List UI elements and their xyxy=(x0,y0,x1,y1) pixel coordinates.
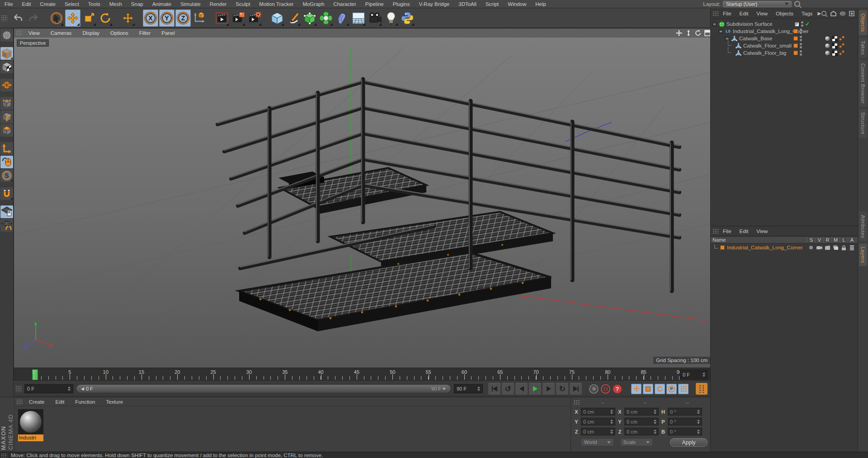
viewport-menu-item[interactable]: View xyxy=(23,30,45,36)
size-x-field[interactable]: 0 cm xyxy=(624,408,659,415)
y-axis-lock-button[interactable]: Y xyxy=(159,10,175,27)
om-home-icon[interactable] xyxy=(830,11,836,16)
dolly-view-icon[interactable] xyxy=(685,30,692,37)
range-start-stepper[interactable] xyxy=(68,386,71,391)
timeline-window-button[interactable] xyxy=(696,383,708,395)
material-name[interactable]: Industri xyxy=(18,434,43,441)
points-mode-button[interactable] xyxy=(0,97,13,110)
menu-item[interactable]: Edit xyxy=(18,1,36,7)
toolbar-grip[interactable] xyxy=(1,15,7,21)
menu-item[interactable]: Sculpt xyxy=(231,1,255,7)
current-frame-field[interactable]: 0 F xyxy=(680,370,708,379)
expander-icon[interactable] xyxy=(712,22,717,26)
edit-render-settings-button[interactable] xyxy=(247,10,262,27)
expander-icon[interactable] xyxy=(719,29,723,33)
add-primitive-button[interactable] xyxy=(269,10,285,27)
menu-item[interactable]: Character xyxy=(329,1,361,7)
menu-item[interactable]: Plugins xyxy=(388,1,415,7)
goto-start-button[interactable] xyxy=(488,383,500,395)
layer-manager-menu-item[interactable]: File xyxy=(719,228,736,234)
rot-h-stepper[interactable] xyxy=(697,410,700,414)
menu-item[interactable]: V-Ray Bridge xyxy=(414,1,454,7)
menu-item[interactable]: Pipeline xyxy=(361,1,388,7)
visibility-dots-icon[interactable] xyxy=(800,50,802,56)
range-end-stepper[interactable] xyxy=(477,386,480,391)
rot-b-stepper[interactable] xyxy=(697,429,700,434)
material-menu-item[interactable]: Texture xyxy=(100,399,128,405)
pos-z-field[interactable]: 0 cm xyxy=(581,428,615,435)
enable-snap-button[interactable] xyxy=(0,156,13,168)
key-pla-toggle[interactable] xyxy=(678,384,689,394)
material-tag-icon[interactable] xyxy=(825,50,830,56)
texture-mode-button[interactable] xyxy=(0,61,13,73)
layer-color-swatch[interactable] xyxy=(793,43,798,48)
menu-item[interactable]: MoGraph xyxy=(298,1,329,7)
object-name[interactable]: Catwalk_Floor_big xyxy=(743,50,786,56)
menu-item[interactable]: 3DToAll xyxy=(454,1,481,7)
object-manager-menu-item[interactable]: Objects xyxy=(772,10,797,17)
material-manager-grip[interactable] xyxy=(16,399,23,405)
menu-item[interactable]: Help xyxy=(531,1,551,7)
tab-layers[interactable]: Layers xyxy=(859,243,867,266)
phong-tag-icon[interactable] xyxy=(839,43,845,49)
uvw-tag-icon[interactable] xyxy=(832,50,838,56)
tree-row-catwalk-floor-small[interactable]: Catwalk_Floor_small xyxy=(711,42,858,49)
rot-p-field[interactable]: 0 ° xyxy=(668,418,702,425)
render-view-button[interactable] xyxy=(214,10,230,27)
viewport-scene[interactable] xyxy=(14,29,714,367)
timeline-ruler[interactable]: 0 5 10 15 20 25 30 35 40 45 50 55 60 65 … xyxy=(14,368,710,381)
polygons-mode-button[interactable] xyxy=(0,124,13,137)
size-z-field[interactable]: 0 cm xyxy=(624,428,659,435)
goto-next-key-button[interactable]: ↻ xyxy=(556,383,568,395)
range-start-field[interactable]: 0 F xyxy=(24,384,73,393)
tree-row-subdivision-surface[interactable]: Subdivision Surface ✓ xyxy=(711,20,858,28)
material-menu-item[interactable]: Edit xyxy=(50,399,70,405)
viewport-menu-item[interactable]: Display xyxy=(77,30,105,36)
coordinates-grip[interactable] xyxy=(574,400,580,405)
object-manager-menu-item[interactable]: View xyxy=(752,10,772,17)
material-menu-item[interactable]: Create xyxy=(24,399,50,405)
viewport-menu-item[interactable]: Filter xyxy=(134,30,156,36)
coordinate-system-button[interactable] xyxy=(192,10,207,27)
tab-attributes[interactable]: Attributes xyxy=(859,212,867,241)
object-manager-grip[interactable] xyxy=(712,11,719,16)
tab-takes[interactable]: Takes xyxy=(859,38,867,58)
material-tag-icon[interactable] xyxy=(825,43,830,49)
viewport-menu-item[interactable]: Cameras xyxy=(45,30,77,36)
visibility-dots-icon[interactable] xyxy=(801,21,803,27)
frame-stepper[interactable] xyxy=(703,372,705,377)
menu-item[interactable]: Snap xyxy=(127,1,148,7)
menu-item[interactable]: Motion Tracker xyxy=(255,1,298,7)
object-name[interactable]: Catwalk_Floor_small xyxy=(743,43,792,48)
uvw-tag-icon[interactable] xyxy=(832,36,838,42)
object-name[interactable]: Subdivision Surface xyxy=(726,21,773,27)
menu-overflow-arrow[interactable]: ▶ xyxy=(817,11,821,16)
render-visibility-icon[interactable] xyxy=(794,22,799,27)
x-axis-lock-button[interactable]: X xyxy=(143,10,158,27)
light-button[interactable] xyxy=(383,10,399,27)
menu-item[interactable]: Window xyxy=(503,1,531,7)
tab-structure[interactable]: Structure xyxy=(859,109,867,138)
object-manager-menu-item[interactable]: Tags xyxy=(797,10,816,17)
live-selection-tool[interactable] xyxy=(49,10,64,27)
camera-label[interactable]: Perspective xyxy=(17,39,49,47)
playbar-grip[interactable] xyxy=(15,386,22,392)
rotate-tool[interactable] xyxy=(98,10,113,27)
visibility-dots-icon[interactable] xyxy=(800,36,802,41)
model-mode-button[interactable] xyxy=(0,47,13,60)
planar-workplane-button[interactable] xyxy=(0,219,13,232)
layer-color-swatch[interactable] xyxy=(720,245,725,250)
scale-tool[interactable] xyxy=(81,10,97,27)
key-scale-toggle[interactable] xyxy=(643,384,653,394)
material-item[interactable]: Industri xyxy=(18,409,43,441)
view-icon[interactable] xyxy=(815,245,823,250)
snap-settings-button[interactable]: S xyxy=(0,169,13,182)
redo-button[interactable] xyxy=(26,10,42,27)
lock-workplane-button[interactable] xyxy=(0,205,13,218)
object-manager-menu-item[interactable]: Edit xyxy=(736,10,753,17)
pos-y-stepper[interactable] xyxy=(610,420,613,424)
visibility-dots-icon[interactable] xyxy=(800,43,802,48)
menu-item[interactable]: Mesh xyxy=(105,1,127,7)
perspective-viewport[interactable]: View Cameras Display Options Filter Pane… xyxy=(14,28,714,368)
menu-item[interactable]: Select xyxy=(60,1,84,7)
